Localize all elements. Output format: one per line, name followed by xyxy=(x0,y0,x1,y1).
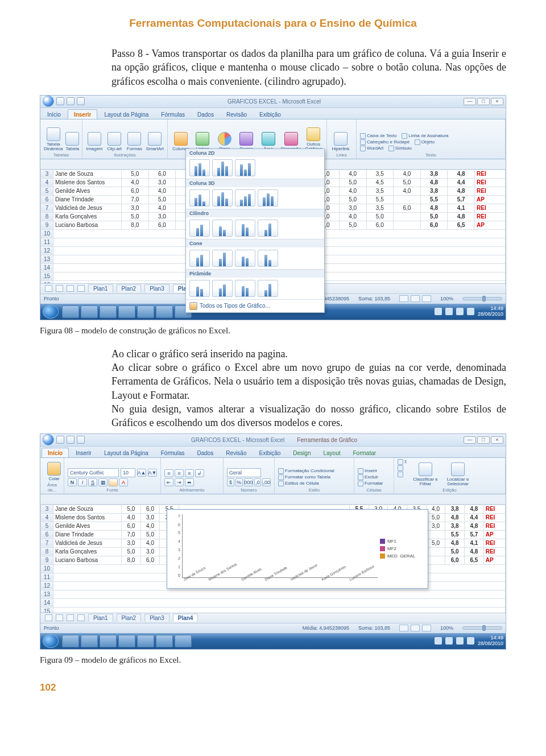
sheet-nav-next[interactable] xyxy=(67,285,74,292)
view-pagebreak-icon[interactable] xyxy=(422,625,431,631)
format-cells-icon[interactable] xyxy=(358,481,363,486)
tray-icon[interactable] xyxy=(467,308,474,315)
thousands-icon[interactable]: 000 xyxy=(244,478,253,486)
taskbar-app-icon[interactable] xyxy=(100,305,117,318)
start-button-icon[interactable] xyxy=(43,634,59,648)
tab-layout-pagina[interactable]: Layout da Página xyxy=(98,110,154,119)
taskbar-app-icon[interactable] xyxy=(156,635,173,647)
table-format-icon[interactable] xyxy=(278,474,284,480)
indent-dec-icon[interactable]: ⇤ xyxy=(164,478,173,486)
taskbar-app-icon[interactable] xyxy=(137,305,154,318)
tray-icon[interactable] xyxy=(467,637,474,645)
objeto-icon[interactable] xyxy=(415,139,420,145)
tray-icon[interactable] xyxy=(435,637,442,645)
taskbar-app-icon[interactable] xyxy=(81,635,98,647)
tab-formulas[interactable]: Fórmulas xyxy=(155,110,191,119)
office-orb-icon[interactable] xyxy=(43,434,54,445)
btn-imagem[interactable]: Imagem xyxy=(86,132,103,151)
tab-inserir[interactable]: Inserir xyxy=(68,109,98,119)
fill-color-button[interactable] xyxy=(109,478,118,486)
tab-formatar[interactable]: Formatar xyxy=(347,448,382,457)
tab-exibicao[interactable]: Exibição xyxy=(254,110,287,119)
number-format-combo[interactable]: Geral xyxy=(227,468,261,477)
chart-thumb[interactable] xyxy=(212,159,233,176)
close-button[interactable]: × xyxy=(491,436,503,444)
view-layout-icon[interactable] xyxy=(411,295,420,302)
taskbar-app-icon[interactable] xyxy=(100,635,117,647)
taskbar-app-icon[interactable] xyxy=(156,305,173,318)
table-row[interactable]: 15 xyxy=(41,607,506,613)
chart-thumb[interactable] xyxy=(235,159,255,176)
taskbar-app-icon[interactable] xyxy=(62,635,79,647)
tab-exibicao[interactable]: Exibição xyxy=(254,448,287,457)
qat-redo-icon[interactable] xyxy=(77,97,85,105)
sheet-nav-last[interactable] xyxy=(77,285,85,292)
taskbar-app-icon[interactable] xyxy=(137,635,154,647)
caixa-texto-icon[interactable] xyxy=(360,133,366,139)
maximize-button[interactable]: □ xyxy=(477,436,490,444)
currency-icon[interactable]: $ xyxy=(227,478,234,486)
zoom-slider[interactable] xyxy=(462,626,502,630)
chart-thumb[interactable] xyxy=(212,220,233,237)
chart-thumb[interactable] xyxy=(189,250,210,267)
chart-thumb[interactable] xyxy=(258,280,278,297)
fill-icon[interactable] xyxy=(398,465,403,471)
tab-formulas[interactable]: Fórmulas xyxy=(155,448,191,457)
zoom-slider[interactable] xyxy=(462,297,502,300)
view-normal-icon[interactable] xyxy=(399,295,408,302)
table-row[interactable]: 14 xyxy=(41,598,506,607)
sheet-tab-2[interactable]: Plan2 xyxy=(117,284,142,292)
embedded-chart[interactable]: 76543210 Jane de SouzaMislene dos Santos… xyxy=(167,509,428,589)
wrap-text-icon[interactable]: ↲ xyxy=(195,469,204,477)
chart-thumb[interactable] xyxy=(235,220,255,237)
wordart-icon[interactable] xyxy=(360,146,366,151)
sheet-tab-3[interactable]: Plan3 xyxy=(144,614,169,622)
btn-smartart[interactable]: SmartArt xyxy=(146,132,164,151)
font-name-combo[interactable]: Century Gothic xyxy=(68,468,119,477)
percent-icon[interactable]: % xyxy=(235,478,243,486)
shrink-font-icon[interactable]: A▼ xyxy=(148,469,157,477)
tab-revisao[interactable]: Revisão xyxy=(220,448,252,457)
assinatura-icon[interactable] xyxy=(402,133,407,139)
clear-icon[interactable] xyxy=(398,472,403,477)
btn-tabela-dinamica[interactable]: Tabela Dinâmica xyxy=(44,127,63,151)
tray-icon[interactable] xyxy=(456,637,464,645)
align-left-icon[interactable]: ≡ xyxy=(164,469,173,477)
chart-thumb[interactable] xyxy=(189,280,210,297)
chart-thumb[interactable] xyxy=(189,159,210,176)
align-right-icon[interactable]: ≡ xyxy=(185,469,194,477)
sheet-nav-first[interactable] xyxy=(45,285,52,292)
sheet-tab-2[interactable]: Plan2 xyxy=(117,614,142,622)
chart-thumb[interactable] xyxy=(189,220,210,237)
btn-clipart[interactable]: Clip-art xyxy=(106,132,123,151)
office-orb-icon[interactable] xyxy=(43,96,54,107)
cond-format-icon[interactable] xyxy=(278,468,284,474)
taskbar-app-icon[interactable] xyxy=(118,635,135,647)
sheet-tab-4[interactable]: Plan4 xyxy=(173,614,198,622)
sheet-nav-next[interactable] xyxy=(67,614,74,621)
insert-cells-icon[interactable] xyxy=(358,468,363,474)
taskbar-app-icon[interactable] xyxy=(175,635,192,647)
autosum-icon[interactable] xyxy=(398,459,403,465)
align-center-icon[interactable]: ≡ xyxy=(175,469,184,477)
chart-thumb[interactable] xyxy=(235,250,255,267)
grow-font-icon[interactable]: A▲ xyxy=(137,469,146,477)
taskbar-app-icon[interactable] xyxy=(62,305,79,318)
btn-tabela[interactable]: Tabela xyxy=(65,132,79,151)
chart-thumb[interactable] xyxy=(258,220,278,237)
sheet-nav-prev[interactable] xyxy=(56,285,63,292)
view-layout-icon[interactable] xyxy=(411,625,420,631)
tray-icon[interactable] xyxy=(456,308,464,315)
tab-inserir[interactable]: Inserir xyxy=(70,448,97,457)
cabecalho-icon[interactable] xyxy=(360,139,366,145)
sheet-tab-3[interactable]: Plan3 xyxy=(144,284,169,292)
tab-inicio[interactable]: Início xyxy=(42,110,67,119)
sheet-tab-1[interactable]: Plan1 xyxy=(88,284,113,292)
tab-inicio[interactable]: Início xyxy=(42,448,69,457)
start-button-icon[interactable] xyxy=(43,305,59,319)
merge-icon[interactable]: ⬌ xyxy=(185,478,194,486)
tab-layout[interactable]: Layout xyxy=(317,448,346,457)
chart-thumb[interactable] xyxy=(258,250,278,267)
tab-layout-pagina[interactable]: Layout da Página xyxy=(98,448,154,457)
qat-save-icon[interactable] xyxy=(56,97,64,105)
